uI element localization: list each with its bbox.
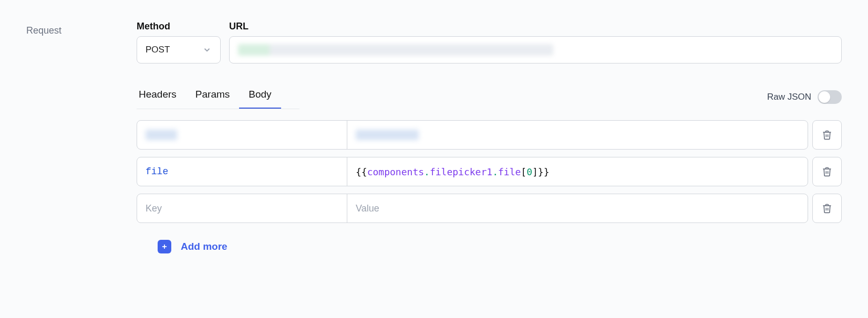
kv-row: file{{components.filepicker1.file[0]}} (137, 157, 842, 186)
method-value: POST (146, 45, 170, 55)
tab-headers[interactable]: Headers (137, 84, 186, 109)
kv-key-input[interactable]: file (137, 157, 347, 186)
kv-key-input[interactable]: Key (137, 194, 347, 222)
body-tabs: HeadersParamsBody (137, 84, 281, 110)
section-label: Request (26, 21, 116, 253)
delete-row-button[interactable] (812, 194, 842, 223)
plus-icon (158, 240, 171, 253)
tab-params[interactable]: Params (186, 84, 239, 109)
method-select[interactable]: POST (137, 36, 221, 63)
trash-icon (822, 130, 832, 140)
kv-pair: file{{components.filepicker1.file[0]}} (137, 157, 808, 186)
delete-row-button[interactable] (812, 120, 842, 150)
kv-value-code: {{components.filepicker1.file[0]}} (356, 166, 550, 177)
kv-key-redacted (146, 130, 177, 140)
method-label: Method (137, 21, 221, 32)
kv-pair: KeyValue (137, 194, 808, 223)
add-more-label: Add more (181, 241, 228, 252)
raw-json-label: Raw JSON (767, 92, 811, 102)
kv-pair (137, 120, 808, 150)
url-label: URL (229, 21, 842, 32)
kv-value-redacted (356, 130, 419, 140)
toggle-knob (819, 91, 830, 103)
tab-body[interactable]: Body (239, 84, 281, 109)
trash-icon (822, 203, 832, 214)
raw-json-toggle[interactable] (818, 90, 842, 104)
kv-value-input[interactable]: Value (347, 194, 808, 222)
kv-row (137, 120, 842, 150)
kv-row: KeyValue (137, 194, 842, 223)
url-input[interactable] (229, 36, 842, 63)
chevron-down-icon (202, 45, 212, 55)
add-more-button[interactable]: Add more (137, 240, 842, 253)
url-value-redacted (238, 44, 553, 56)
kv-key-input[interactable] (137, 121, 347, 149)
delete-row-button[interactable] (812, 157, 842, 186)
trash-icon (822, 166, 832, 177)
kv-value-input[interactable]: {{components.filepicker1.file[0]}} (347, 157, 808, 186)
kv-value-input[interactable] (347, 121, 808, 149)
body-kv-rows: file{{components.filepicker1.file[0]}}Ke… (137, 120, 842, 223)
